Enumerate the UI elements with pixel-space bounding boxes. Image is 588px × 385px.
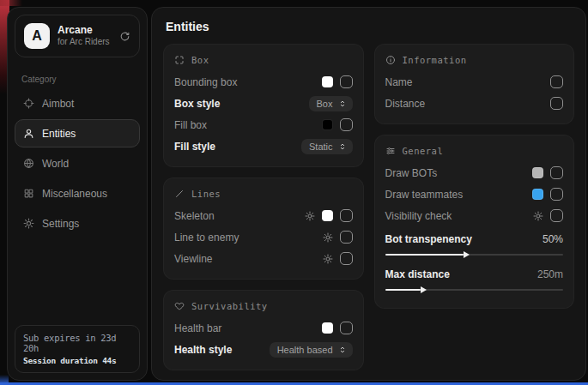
brand-text: Arcane for Arc Riders (58, 24, 110, 48)
viewline-row: Viewline (174, 249, 353, 268)
information-card-header: Information (385, 55, 564, 65)
name-row: Name (385, 72, 564, 92)
page-title: Entities (152, 8, 585, 42)
visibility-check-label: Visibility check (385, 210, 452, 222)
skeleton-color-swatch[interactable] (322, 210, 333, 221)
background-red-accent-top (0, 0, 22, 6)
sidebar-item-aimbot[interactable]: Aimbot (15, 89, 140, 117)
unfold-icon (338, 142, 347, 151)
draw-teammates-checkbox[interactable] (550, 188, 563, 201)
line-to-enemy-checkbox[interactable] (340, 231, 353, 244)
draw-bots-color-swatch[interactable] (532, 167, 543, 178)
health-style-row: Health style Health based (174, 340, 353, 359)
fill-box-checkbox[interactable] (340, 118, 353, 131)
box-style-row: Box style Box (174, 93, 353, 113)
fill-style-dropdown[interactable]: Static (301, 139, 353, 154)
max-distance-row: Max distance 250m (385, 264, 564, 284)
crosshair-icon (23, 98, 34, 109)
sub-expiry-text: Sub expires in 23d 20h (23, 333, 131, 353)
subscription-info: Sub expires in 23d 20h Session duration … (15, 325, 140, 373)
left-column: Box Bounding box Box style Box (163, 44, 364, 381)
health-bar-color-swatch[interactable] (322, 322, 333, 334)
category-label: Category (21, 75, 133, 84)
main-panel: Entities Box Bounding box (151, 7, 586, 381)
box-card-header: Box (174, 55, 353, 65)
brand-name: Arcane (58, 24, 110, 37)
max-distance-slider[interactable] (385, 286, 564, 294)
fill-box-row: Fill box (174, 115, 353, 135)
background-blue-corner (0, 375, 9, 385)
slider-fill (385, 289, 421, 291)
survivability-card: Survivability Health bar Health style He… (163, 290, 364, 370)
bounding-box-color-swatch[interactable] (322, 76, 333, 87)
health-style-dropdown[interactable]: Health based (270, 342, 353, 358)
line-to-enemy-settings-gear-icon[interactable] (323, 232, 333, 243)
survivability-card-title: Survivability (191, 301, 268, 311)
information-card: Information Name Distance (374, 44, 575, 124)
health-bar-checkbox[interactable] (340, 322, 353, 334)
max-distance-label: Max distance (385, 268, 450, 280)
sidebar-item-entities[interactable]: Entities (15, 119, 140, 147)
sidebar-item-world[interactable]: World (15, 149, 140, 177)
entity-icon (23, 128, 34, 139)
box-style-dropdown[interactable]: Box (309, 96, 353, 111)
information-card-title: Information (403, 55, 467, 65)
draw-bots-label: Draw BOTs (385, 167, 438, 179)
max-distance-value: 250m (537, 268, 563, 280)
skeleton-settings-gear-icon[interactable] (305, 211, 315, 221)
viewline-checkbox[interactable] (340, 252, 353, 265)
visibility-check-settings-gear-icon[interactable] (533, 211, 543, 221)
bounding-box-checkbox[interactable] (340, 75, 353, 88)
draw-bots-checkbox[interactable] (550, 166, 563, 179)
line-icon (174, 189, 185, 199)
health-style-value: Health based (277, 345, 333, 355)
bot-transparency-label: Bot transpenency (385, 233, 472, 245)
grid-icon (23, 188, 34, 199)
bot-transparency-row: Bot transpenency 50% (385, 229, 564, 249)
box-style-label: Box style (174, 98, 220, 110)
skeleton-row: Skeleton (174, 206, 353, 226)
unfold-icon (338, 99, 347, 108)
bot-transparency-value: 50% (543, 233, 563, 245)
sidebar-item-label: Miscellaneous (42, 188, 107, 200)
draw-teammates-row: Draw teammates (385, 184, 564, 204)
viewline-label: Viewline (174, 253, 212, 265)
name-checkbox[interactable] (550, 75, 563, 88)
sidebar-item-label: Settings (42, 218, 79, 230)
box-card: Box Bounding box Box style Box (163, 44, 364, 167)
globe-icon (23, 158, 34, 169)
visibility-check-checkbox[interactable] (550, 209, 563, 222)
brand-avatar: A (24, 23, 50, 49)
refresh-icon[interactable] (119, 31, 130, 42)
fill-box-color-swatch[interactable] (322, 119, 333, 130)
health-bar-label: Health bar (174, 322, 221, 334)
heart-icon (174, 301, 185, 311)
general-card-header: General (385, 146, 564, 156)
sidebar-item-settings[interactable]: Settings (15, 209, 140, 238)
skeleton-label: Skeleton (174, 210, 215, 222)
right-column: Information Name Distance (374, 44, 575, 319)
brand-subtitle: for Arc Riders (58, 37, 110, 48)
box-card-title: Box (191, 55, 209, 65)
lines-card-title: Lines (191, 189, 221, 199)
bounding-box-label: Bounding box (174, 76, 237, 88)
draw-teammates-color-swatch[interactable] (532, 189, 543, 200)
bot-transparency-slider[interactable] (385, 250, 564, 259)
sidebar-nav: Aimbot Entities World Miscellaneous Sett… (8, 87, 147, 239)
fill-style-row: Fill style Static (174, 136, 353, 156)
profile-card: A Arcane for Arc Riders (15, 15, 140, 57)
viewline-settings-gear-icon[interactable] (323, 254, 333, 264)
box-corners-icon (174, 55, 185, 65)
sidebar-item-miscellaneous[interactable]: Miscellaneous (15, 179, 140, 208)
gear-icon (23, 218, 34, 229)
skeleton-checkbox[interactable] (340, 209, 353, 222)
distance-label: Distance (385, 98, 426, 110)
distance-checkbox[interactable] (550, 97, 563, 110)
slider-fill (385, 254, 464, 256)
lines-card-header: Lines (174, 189, 353, 199)
line-to-enemy-row: Line to enemy (174, 227, 353, 247)
sidebar-item-label: Entities (42, 128, 76, 140)
session-duration-text: Session duration 44s (23, 356, 131, 365)
unfold-icon (338, 346, 347, 354)
info-icon (385, 55, 396, 65)
